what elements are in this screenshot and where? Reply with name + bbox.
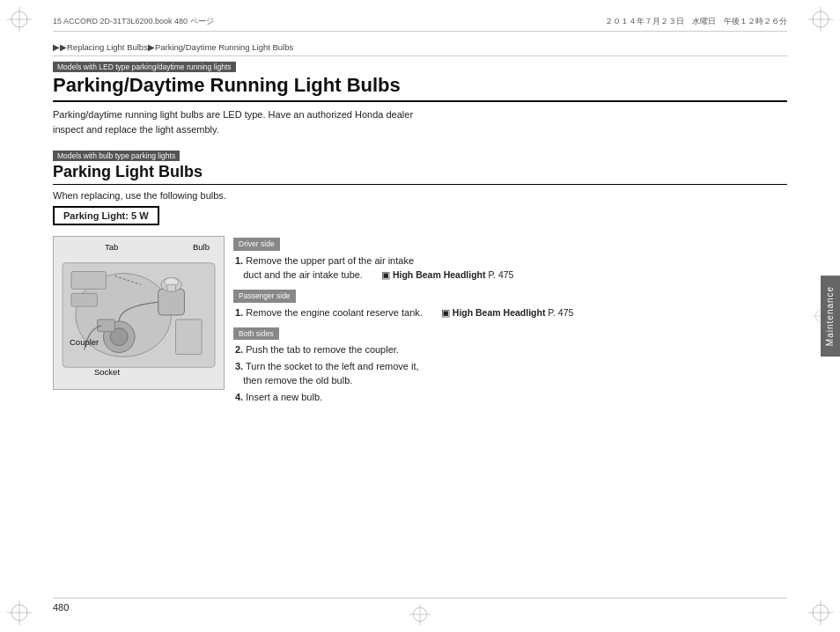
side-tab: Maintenance (821, 276, 840, 356)
passenger-ref-link: ▣ High Beam Headlight P. 475 (441, 306, 573, 320)
svg-rect-30 (71, 293, 98, 306)
breadcrumb-text: ▶▶Replacing Light Bulbs▶Parking/Daytime … (53, 42, 293, 52)
book-icon2: ▣ (441, 307, 450, 318)
passenger-side-label: Passenger side (233, 290, 296, 303)
section2: Models with bulb type parking lights Par… (53, 149, 787, 408)
passenger-step1: 1. Remove the engine coolant reserve tan… (233, 305, 787, 320)
passenger-ref-page: P. 475 (548, 307, 573, 318)
label-coupler: Coupler (70, 337, 99, 347)
section2-tag: Models with bulb type parking lights (53, 151, 180, 161)
step3: 3. Turn the socket to the left and remov… (233, 359, 787, 388)
when-replacing-text: When replacing, use the following bulbs. (53, 190, 787, 201)
driver-ref-text: High Beam Headlight (393, 269, 486, 280)
passenger-side-steps: 1. Remove the engine coolant reserve tan… (233, 305, 787, 320)
section1-tag: Models with LED type parking/daytime run… (53, 62, 236, 72)
passenger-ref-text: High Beam Headlight (453, 307, 546, 318)
label-bulb: Bulb (193, 242, 210, 252)
section1-desc: Parking/daytime running light bulbs are … (53, 107, 787, 136)
driver-step1: 1. Remove the upper part of the air inta… (233, 254, 787, 283)
svg-rect-29 (71, 272, 107, 290)
page-number: 480 (53, 602, 69, 613)
print-info-left: 15 ACCORD 2D-31T3L6200.book 480 ページ (53, 16, 214, 27)
section2-title: Parking Light Bulbs (53, 163, 787, 185)
spec-box: Parking Light: 5 W (53, 206, 159, 225)
svg-rect-31 (176, 320, 203, 355)
instructions: Driver side 1. Remove the upper part of … (233, 236, 787, 408)
print-bar: 15 ACCORD 2D-31T3L6200.book 480 ページ ２０１４… (53, 16, 787, 32)
section1: Models with LED type parking/daytime run… (53, 60, 787, 136)
svg-rect-28 (167, 284, 176, 291)
step2: 2. Push the tab to remove the coupler. (233, 342, 787, 357)
section1-title: Parking/Daytime Running Light Bulbs (53, 74, 787, 102)
corner-mark-tr (808, 7, 833, 32)
both-sides-label: Both sides (233, 327, 279, 341)
driver-side-label: Driver side (233, 238, 280, 251)
step4: 4. Insert a new bulb. (233, 390, 787, 405)
corner-mark-tl (7, 7, 32, 32)
label-socket: Socket (94, 367, 120, 377)
print-info-right: ２０１４年７月２３日 水曜日 午後１２時２６分 (605, 16, 787, 27)
corner-mark-bl (7, 600, 32, 625)
corner-mark-br (808, 600, 833, 625)
driver-ref-link: ▣ High Beam Headlight P. 475 (381, 268, 513, 283)
book-icon: ▣ (381, 269, 390, 280)
diagram-box: Tab Bulb Coupler Socket (53, 236, 225, 390)
driver-ref-page: P. 475 (488, 269, 513, 280)
two-col-layout: Tab Bulb Coupler Socket Driver side 1. R… (53, 236, 787, 408)
breadcrumb: ▶▶Replacing Light Bulbs▶Parking/Daytime … (53, 42, 787, 56)
bottom-bar: 480 (53, 598, 787, 613)
main-content: Models with LED type parking/daytime run… (53, 60, 787, 579)
both-sides-steps: 2. Push the tab to remove the coupler. 3… (233, 342, 787, 404)
label-tab: Tab (105, 242, 118, 252)
svg-rect-21 (158, 289, 185, 315)
driver-side-steps: 1. Remove the upper part of the air inta… (233, 254, 787, 283)
